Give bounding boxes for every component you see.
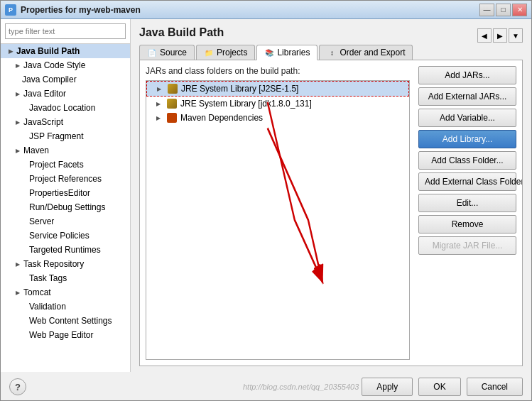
sidebar-item-label: Javadoc Location xyxy=(29,103,95,113)
tab-order-and-export[interactable]: ↕Order and Export xyxy=(319,45,413,60)
main-window: P Properties for my-web-maven — □ ✕ ▶Jav… xyxy=(0,0,532,401)
action-button-remove[interactable]: Remove xyxy=(418,215,516,234)
sidebar-item-label: Service Policies xyxy=(29,231,89,241)
sidebar-filter-area xyxy=(1,19,130,44)
action-button-add-jars-[interactable]: Add JARs... xyxy=(418,66,516,84)
sidebar-item[interactable]: Run/Debug Settings xyxy=(1,200,130,214)
action-button-add-external-jars-[interactable]: Add External JARs... xyxy=(418,87,516,106)
action-button-edit-[interactable]: Edit... xyxy=(418,194,516,212)
sidebar-item-label: Run/Debug Settings xyxy=(29,202,105,212)
sidebar-item[interactable]: ▶Tomcat xyxy=(1,285,130,300)
close-button[interactable]: ✕ xyxy=(512,4,527,16)
action-button-migrate-jar-file-: Migrate JAR File... xyxy=(418,236,516,255)
sidebar-item-label: Task Tags xyxy=(29,273,67,283)
sidebar-filter-input[interactable] xyxy=(5,23,126,39)
window-icon: P xyxy=(5,4,16,16)
sidebar-item-label: Java Compiler xyxy=(22,75,77,84)
expand-arrow-icon: ▶ xyxy=(6,47,15,55)
tree-item-0[interactable]: ▶JRE System Library [J2SE-1.5] xyxy=(146,81,409,97)
tree-item-1[interactable]: ▶JRE System Library [jdk1.8.0_131] xyxy=(146,97,409,111)
tab-icon: 📁 xyxy=(204,48,214,57)
panel-content: JARs and class folders on the build path… xyxy=(139,60,523,366)
sidebar-item[interactable]: Validation xyxy=(1,300,130,314)
maximize-button[interactable]: □ xyxy=(496,4,511,16)
sidebar-item[interactable]: Javadoc Location xyxy=(1,101,130,115)
expand-arrow-icon: ▶ xyxy=(13,146,22,155)
cancel-button[interactable]: Cancel xyxy=(467,378,523,396)
sidebar-item[interactable]: Service Policies xyxy=(1,229,130,243)
tabs-bar: 📄Source📁Projects📚Libraries↕Order and Exp… xyxy=(139,45,523,60)
tree-arrow-icon: ▶ xyxy=(157,86,164,92)
action-button-add-library-[interactable]: Add Library... xyxy=(418,130,516,148)
sidebar-item[interactable]: Targeted Runtimes xyxy=(1,243,130,257)
tab-icon: 📄 xyxy=(147,48,157,57)
window-title: Properties for my-web-maven xyxy=(21,5,479,15)
tree-item-label: Maven Dependencies xyxy=(180,113,263,123)
tab-label: Projects xyxy=(217,48,247,57)
expand-arrow-icon: ▶ xyxy=(13,288,22,297)
sidebar-list: ▶Java Build Path▶Java Code StyleJava Com… xyxy=(1,44,130,372)
tree-item-icon xyxy=(167,83,178,94)
section-label: JARs and class folders on the build path… xyxy=(146,66,410,76)
sidebar-item-label: Tomcat xyxy=(23,287,51,297)
tree-arrow-icon: ▶ xyxy=(156,115,163,121)
sidebar-list-wrap: ▶Java Build Path▶Java Code StyleJava Com… xyxy=(1,44,130,372)
tab-icon: ↕ xyxy=(327,48,337,57)
sidebar-item[interactable]: Java Compiler xyxy=(1,72,130,87)
bottom-left: ? xyxy=(9,378,26,395)
expand-arrow-icon: ▶ xyxy=(13,89,22,98)
sidebar-item-label: PropertiesEditor xyxy=(29,188,90,198)
watermark: http://blog.csdn.net/qq_20355403 xyxy=(243,383,359,391)
main-panel: Java Build Path ◀ ▶ ▼ 📄Source📁Projects📚L… xyxy=(131,19,531,372)
ok-button[interactable]: OK xyxy=(418,378,460,396)
sidebar-item[interactable]: PropertiesEditor xyxy=(1,186,130,200)
tree-area[interactable]: ▶JRE System Library [J2SE-1.5]▶JRE Syste… xyxy=(146,80,410,360)
minimize-button[interactable]: — xyxy=(479,4,494,16)
sidebar-item-label: Server xyxy=(29,216,54,226)
tree-item-label: JRE System Library [jdk1.8.0_131] xyxy=(180,99,312,109)
tab-libraries[interactable]: 📚Libraries xyxy=(256,45,317,60)
tab-label: Order and Export xyxy=(340,48,405,57)
sidebar-item[interactable]: Web Page Editor xyxy=(1,328,130,342)
sidebar-item[interactable]: ▶JavaScript xyxy=(1,115,130,129)
sidebar-item-label: Project Facets xyxy=(29,160,84,170)
tab-projects[interactable]: 📁Projects xyxy=(196,45,255,60)
tab-label: Libraries xyxy=(277,48,310,57)
nav-back-button[interactable]: ◀ xyxy=(477,28,492,43)
sidebar-item-label: Web Page Editor xyxy=(29,330,94,340)
sidebar-item-label: JSP Fragment xyxy=(29,131,83,141)
nav-arrows: ◀ ▶ ▼ xyxy=(477,28,523,43)
title-bar-buttons: — □ ✕ xyxy=(479,4,527,16)
tree-item-label: JRE System Library [J2SE-1.5] xyxy=(181,84,298,94)
apply-button[interactable]: Apply xyxy=(362,378,413,396)
sidebar-item[interactable]: ▶Maven xyxy=(1,143,130,158)
tab-source[interactable]: 📄Source xyxy=(139,45,195,60)
sidebar-item[interactable]: Web Content Settings xyxy=(1,314,130,328)
nav-down-button[interactable]: ▼ xyxy=(509,28,523,43)
expand-arrow-icon: ▶ xyxy=(13,61,22,70)
sidebar-item[interactable]: ▶Java Build Path xyxy=(1,44,130,58)
sidebar-item-label: Web Content Settings xyxy=(29,316,112,326)
help-button[interactable]: ? xyxy=(9,378,26,395)
action-button-add-variable-[interactable]: Add Variable... xyxy=(418,109,516,127)
sidebar-item[interactable]: Server xyxy=(1,214,130,229)
sidebar-item[interactable]: Task Tags xyxy=(1,271,130,285)
tree-item-icon xyxy=(166,98,178,109)
nav-forward-button[interactable]: ▶ xyxy=(493,28,507,43)
tree-area-wrapper: ▶JRE System Library [J2SE-1.5]▶JRE Syste… xyxy=(146,80,410,360)
sidebar-item[interactable]: ▶Task Repository xyxy=(1,257,130,271)
sidebar-item[interactable]: Project Facets xyxy=(1,158,130,172)
expand-arrow-icon: ▶ xyxy=(13,260,22,268)
sidebar-item-label: Targeted Runtimes xyxy=(29,245,101,255)
tree-arrow-icon: ▶ xyxy=(156,101,163,107)
action-button-add-external-class-folder-[interactable]: Add External Class Folder... xyxy=(418,172,516,191)
sidebar-item[interactable]: Project References xyxy=(1,172,130,186)
tree-item-2[interactable]: ▶Maven Dependencies xyxy=(146,111,409,125)
action-button-add-class-folder-[interactable]: Add Class Folder... xyxy=(418,151,516,170)
content-area: ▶Java Build Path▶Java Code StyleJava Com… xyxy=(1,19,531,372)
sidebar-item-label: Java Code Style xyxy=(23,60,85,70)
buttons-panel: Add JARs...Add External JARs...Add Varia… xyxy=(416,60,522,366)
sidebar-item[interactable]: ▶Java Editor xyxy=(1,87,130,101)
sidebar-item[interactable]: ▶Java Code Style xyxy=(1,58,130,72)
sidebar-item[interactable]: JSP Fragment xyxy=(1,129,130,143)
